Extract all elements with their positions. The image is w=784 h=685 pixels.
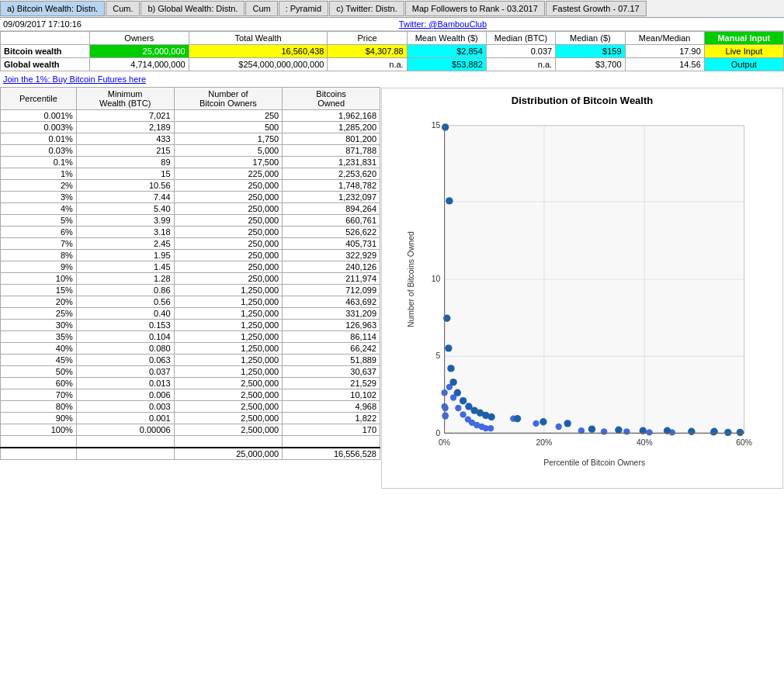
dist-pct: 5% [1,215,77,227]
dist-btc: 1,822 [283,413,380,424]
dist-btc: 170 [283,424,380,436]
svg-point-31 [532,420,539,427]
global-mean-median: 14.56 [625,58,704,71]
table-row: 3% 7.44 250,000 1,232,097 [1,192,380,203]
dist-min: 0.006 [76,389,174,401]
dist-pct: 40% [1,343,77,355]
col-mean-median: Mean/Median [625,32,704,45]
dist-pct: 7% [1,238,77,250]
dist-min: 1.28 [76,273,174,285]
table-row: 6% 3.18 250,000 526,622 [1,227,380,238]
col-median-usd: Median ($) [556,32,625,45]
dist-num: 1,250,000 [174,355,283,366]
datetime: 09/09/2017 17:10:16 [3,19,82,29]
tab-map[interactable]: Map Followers to Rank - 03.2017 [405,1,545,16]
tab-global-wealth[interactable]: b) Global Wealth: Distn. [140,1,245,16]
table-row: 0.003% 2,189 500 1,285,200 [1,122,380,133]
global-owners: 4,714,000,000 [89,58,189,71]
bitcoin-total-wealth: 16,560,438 [189,45,328,58]
global-total-wealth: $254,000,000,000,000 [189,58,328,71]
dist-num: 1,250,000 [174,285,283,296]
dist-pct: 9% [1,261,77,273]
bitcoin-owners: 25,000,000 [89,45,189,58]
dist-btc: 1,285,200 [283,122,380,133]
table-row: 30% 0.153 1,250,000 126,963 [1,320,380,331]
dist-num: 2,500,000 [174,378,283,389]
table-row: 7% 2.45 250,000 405,731 [1,238,380,250]
dist-min: 3.18 [76,227,174,238]
global-mean-wealth: $53,882 [407,58,486,71]
dist-pct: 50% [1,366,77,378]
dist-num: 250,000 [174,215,283,227]
svg-point-59 [564,420,571,427]
dist-min: 2.45 [76,238,174,250]
chart-title: Distribution of Bitcoin Wealth [388,95,776,106]
dist-num: 250,000 [174,250,283,261]
total-btc: 16,556,528 [283,448,380,460]
dist-num: 225,000 [174,168,283,180]
dist-pct: 2% [1,180,77,192]
tab-pyramid[interactable]: : Pyramid [279,1,328,16]
table-row: 90% 0.001 2,500,000 1,822 [1,413,380,424]
svg-point-51 [460,397,467,404]
dist-btc: 405,731 [283,238,380,250]
dist-pct: 20% [1,296,77,308]
dist-btc: 322,929 [283,250,380,261]
dist-btc: 30,637 [283,366,380,378]
dist-min: 0.063 [76,355,174,366]
dist-btc: 10,102 [283,389,380,401]
dist-btc: 463,692 [283,296,380,308]
dist-min: 215 [76,145,174,157]
twitter-link[interactable]: Twitter: @BambouClub [399,19,487,29]
dist-num: 500 [174,122,283,133]
tab-fastest-growth[interactable]: Fastest Growth - 07.17 [546,1,647,16]
svg-point-50 [454,389,461,396]
dist-min: 7.44 [76,192,174,203]
svg-text:5: 5 [436,351,441,360]
dist-pct: 8% [1,250,77,261]
table-row: 70% 0.006 2,500,000 10,102 [1,389,380,401]
tab-cum2[interactable]: Cum [245,1,277,16]
bitcoin-median-usd: $159 [556,45,625,58]
svg-text:40%: 40% [637,438,653,447]
table-row: 9% 1.45 250,000 240,126 [1,261,380,273]
join-link[interactable]: Join the 1%: Buy Bitcoin Futures here [3,74,146,84]
dist-num: 5,000 [174,145,283,157]
tab-twitter[interactable]: c) Twitter: Distn. [329,1,404,16]
svg-point-43 [442,405,448,411]
dist-col-btc-owned: BitcoinsOwned [283,88,380,110]
svg-point-23 [460,411,466,417]
dist-num: 250,000 [174,227,283,238]
tab-bitcoin-wealth[interactable]: a) Bitcoin Wealth: Distn. [0,1,105,16]
stats-table: Owners Total Wealth Price Mean Wealth ($… [0,31,784,71]
tab-cum1[interactable]: Cum. [106,1,140,16]
header-row: 09/09/2017 17:10:16 Twitter: @BambouClub [0,18,784,31]
svg-point-49 [449,379,456,386]
dist-pct: 0.01% [1,133,77,145]
dist-min: 433 [76,133,174,145]
dist-btc: 801,200 [283,133,380,145]
dist-btc: 4,968 [283,401,380,413]
dist-pct: 100% [1,424,77,436]
table-row: 0.001% 7,021 250 1,962,168 [1,110,380,122]
table-row: 8% 1.95 250,000 322,929 [1,250,380,261]
dist-btc: 211,974 [283,273,380,285]
dist-pct: 4% [1,203,77,215]
svg-point-36 [646,429,652,435]
dist-btc: 1,232,097 [283,192,380,203]
dist-col-percentile: Percentile [1,88,77,110]
svg-point-42 [442,412,448,418]
dist-min: 5.40 [76,203,174,215]
dist-num: 250,000 [174,273,283,285]
dist-pct: 3% [1,192,77,203]
dist-btc: 660,761 [283,215,380,227]
dist-pct: 60% [1,378,77,389]
dist-num: 250,000 [174,261,283,273]
dist-num: 2,500,000 [174,389,283,401]
svg-point-44 [442,123,449,130]
dist-pct: 70% [1,389,77,401]
dist-num: 1,250,000 [174,296,283,308]
dist-num: 250 [174,110,283,122]
content-area: Percentile MinimumWealth (BTC) Number of… [0,87,784,490]
svg-text:Number of Bitcoins Owned: Number of Bitcoins Owned [407,231,415,327]
